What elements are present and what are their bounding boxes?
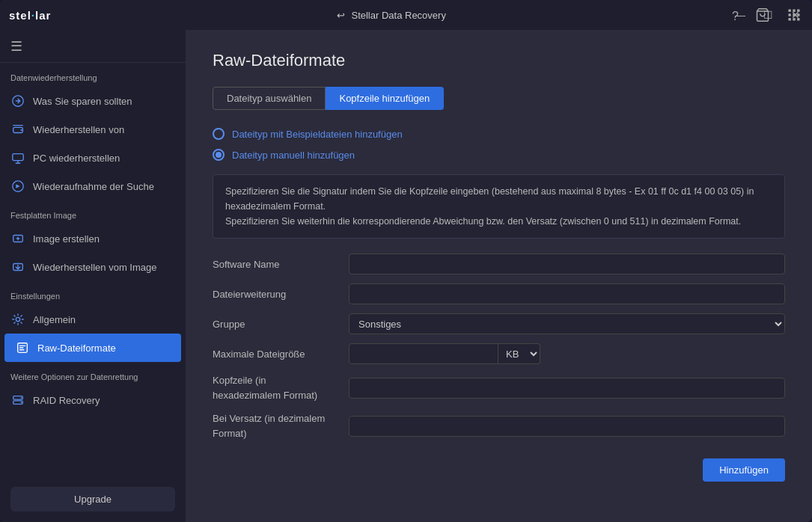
radio-circle-beispiel <box>213 128 225 140</box>
sidebar-item-wiederherstellen-image[interactable]: Wiederherstellen vom Image <box>0 253 186 281</box>
add-button[interactable]: Hinzufügen <box>703 458 785 482</box>
group-label: Gruppe <box>213 319 340 330</box>
section-label-settings: Einstellungen <box>0 281 186 305</box>
header-label: Kopfzeile (in hexadezimalem Format) <box>213 373 340 402</box>
app-window: stel·lar ↩ Stellar Data Recovery — ☐ ✕ ☰… <box>0 0 812 522</box>
titlebar-center: ↩ Stellar Data Recovery <box>51 10 732 21</box>
logo-highlight: · <box>31 9 35 22</box>
form-grid: Software Name Dateierweiterung Gruppe So… <box>213 254 785 440</box>
info-box: Spezifizieren Sie die Signatur indem Sie… <box>213 174 785 239</box>
sidebar-item-label: Wiederherstellen von <box>33 124 124 135</box>
group-select[interactable]: Sonstiges Audio Video Dokumente Bilder A… <box>349 313 785 334</box>
sidebar-item-label: RAID Recovery <box>33 395 100 406</box>
info-text1: Spezifizieren Sie die Signatur indem Sie… <box>225 186 754 212</box>
restore-icon <box>10 93 25 108</box>
drive-icon <box>10 122 25 137</box>
info-text2: Spezifizieren Sie weiterhin die korrespo… <box>225 216 741 227</box>
sidebar-item-raid[interactable]: RAID Recovery <box>0 386 186 414</box>
extension-input[interactable] <box>349 283 785 304</box>
sidebar-item-label: Raw-Dateiformate <box>37 343 116 354</box>
sidebar-bottom: Upgrade <box>0 476 186 522</box>
sidebar-item-was-sparen[interactable]: Was Sie sparen sollten <box>0 87 186 115</box>
radio-group: Dateityp mit Beispieldateien hinzufügen … <box>213 128 785 161</box>
software-name-input[interactable] <box>349 254 785 274</box>
resume-icon <box>10 179 25 194</box>
sidebar-item-label: Image erstellen <box>33 233 100 245</box>
raw-icon <box>15 340 30 355</box>
window-title: Stellar Data Recovery <box>351 10 445 21</box>
app-logo: stel·lar <box>9 9 51 22</box>
section-label-image: Festplatten Image <box>0 200 186 224</box>
back-icon: ↩ <box>337 10 345 21</box>
max-filesize-group: KB MB GB <box>349 343 785 364</box>
svg-point-7 <box>16 317 19 321</box>
max-size-label: Maximale Dateigröße <box>213 348 340 360</box>
radio-circle-manuell <box>213 149 225 161</box>
sidebar-item-label: PC wiederherstellen <box>33 153 120 164</box>
tab-dateityp[interactable]: Dateityp auswählen <box>213 87 326 110</box>
sidebar-item-wiederherstellen-von[interactable]: Wiederherstellen von <box>0 115 186 144</box>
content-area: ? Raw-Dateiformate Dateityp auswählen Ko… <box>186 30 812 522</box>
titlebar: stel·lar ↩ Stellar Data Recovery — ☐ ✕ <box>0 0 812 30</box>
sidebar-item-label: Was Sie sparen sollten <box>33 96 132 107</box>
offset-label: Bei Versatz (in dezimalem Format) <box>213 411 340 440</box>
sidebar-item-label: Allgemein <box>33 314 76 325</box>
sidebar-item-pc-wiederherstellen[interactable]: PC wiederherstellen <box>0 144 186 172</box>
svg-point-11 <box>21 397 22 399</box>
tab-bar: Dateityp auswählen Kopfzeile hinzufügen <box>213 87 785 110</box>
section-label-recovery: Datenwiederherstellung <box>0 63 186 87</box>
page-title: Raw-Dateiformate <box>213 51 785 70</box>
sidebar-item-image-erstellen[interactable]: Image erstellen <box>0 224 186 253</box>
software-name-label: Software Name <box>213 259 340 270</box>
image-restore-icon <box>10 260 25 274</box>
svg-rect-3 <box>13 154 23 161</box>
radio-item-beispiel[interactable]: Dateityp mit Beispieldateien hinzufügen <box>213 128 785 140</box>
section-label-more: Weitere Optionen zur Datenrettung <box>0 362 186 386</box>
radio-label-beispiel: Dateityp mit Beispieldateien hinzufügen <box>232 129 403 140</box>
radio-item-manuell[interactable]: Dateityp manuell hinzufügen <box>213 149 785 161</box>
header-input[interactable] <box>349 378 785 399</box>
sidebar-item-allgemein[interactable]: Allgemein <box>0 305 186 334</box>
offset-input[interactable] <box>349 416 785 437</box>
svg-point-12 <box>21 402 22 403</box>
sidebar-item-label: Wiederaufnahme der Suche <box>33 181 154 192</box>
sidebar-item-raw-dateiformate[interactable]: Raw-Dateiformate <box>4 334 181 362</box>
sidebar-item-label: Wiederherstellen vom Image <box>33 262 156 273</box>
main-content: ☰ Datenwiederherstellung Was Sie sparen … <box>0 30 812 522</box>
svg-point-2 <box>20 129 22 131</box>
upgrade-button[interactable]: Upgrade <box>10 487 175 512</box>
unit-select[interactable]: KB MB GB <box>498 343 540 364</box>
sidebar: ☰ Datenwiederherstellung Was Sie sparen … <box>0 30 186 522</box>
sidebar-item-wiederaufnahme[interactable]: Wiederaufnahme der Suche <box>0 172 186 200</box>
image-create-icon <box>10 231 25 246</box>
tab-kopfzeile[interactable]: Kopfzeile hinzufügen <box>326 87 444 110</box>
settings-icon <box>10 312 25 327</box>
raid-icon <box>10 393 25 408</box>
hamburger-button[interactable]: ☰ <box>10 38 22 55</box>
max-size-input[interactable] <box>349 343 498 364</box>
sidebar-topbar: ☰ <box>0 30 186 63</box>
radio-label-manuell: Dateityp manuell hinzufügen <box>232 150 355 161</box>
extension-label: Dateierweiterung <box>213 289 340 300</box>
pc-icon <box>10 150 25 165</box>
